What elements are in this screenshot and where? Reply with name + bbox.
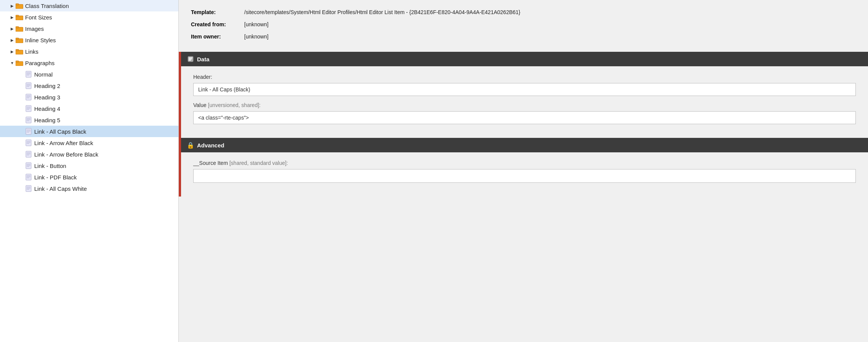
svg-rect-59 bbox=[189, 60, 191, 61]
item-owner-value: [unknown] bbox=[244, 34, 269, 40]
arrow-icon: ▶ bbox=[9, 3, 15, 9]
arrow-icon bbox=[18, 128, 24, 134]
sidebar-item-class-translation[interactable]: ▶ Class Translation bbox=[0, 0, 178, 11]
sidebar-item-label: Link - All Caps Black bbox=[34, 128, 86, 135]
arrow-icon: ▶ bbox=[9, 14, 15, 20]
document-icon bbox=[24, 151, 33, 158]
advanced-section-title: Advanced bbox=[197, 142, 224, 149]
source-item-label: __Source Item [shared, standard value]: bbox=[193, 160, 856, 166]
data-section-header: Data bbox=[181, 52, 868, 66]
svg-rect-9 bbox=[16, 50, 19, 51]
document-icon bbox=[24, 162, 33, 169]
item-owner-label: Item owner: bbox=[191, 34, 244, 40]
svg-rect-3 bbox=[16, 15, 19, 17]
svg-rect-12 bbox=[26, 71, 31, 77]
document-icon bbox=[24, 128, 33, 135]
sidebar-item-link-all-caps-black[interactable]: Link - All Caps Black bbox=[0, 126, 178, 137]
source-item-label-text: __Source Item bbox=[193, 160, 228, 166]
sidebar-item-heading-3[interactable]: Heading 3 bbox=[0, 91, 178, 103]
arrow-icon bbox=[18, 140, 24, 146]
svg-rect-11 bbox=[16, 61, 19, 62]
advanced-section-icon: 🔒 bbox=[187, 142, 194, 149]
advanced-section-header: 🔒 Advanced bbox=[181, 138, 868, 152]
arrow-icon bbox=[18, 83, 24, 89]
arrow-icon bbox=[18, 151, 24, 157]
sidebar-item-normal[interactable]: Normal bbox=[0, 69, 178, 80]
value-input[interactable]: <a class="-rte-caps"> bbox=[193, 111, 856, 124]
header-input[interactable]: Link - All Caps (Black) bbox=[193, 83, 856, 96]
sidebar-item-link-arrow-before-black[interactable]: Link - Arrow Before Black bbox=[0, 149, 178, 160]
arrow-icon bbox=[18, 174, 24, 180]
created-from-row: Created from: [unknown] bbox=[191, 21, 856, 27]
document-icon bbox=[24, 139, 33, 146]
svg-rect-58 bbox=[189, 59, 192, 59]
arrow-icon: ▶ bbox=[9, 37, 15, 43]
created-from-value: [unknown] bbox=[244, 21, 269, 27]
sidebar-item-paragraphs[interactable]: ▼ Paragraphs bbox=[0, 57, 178, 69]
sidebar-item-link-button[interactable]: Link - Button bbox=[0, 160, 178, 171]
sidebar-item-heading-5[interactable]: Heading 5 bbox=[0, 114, 178, 126]
content-area: Template: /sitecore/templates/System/Htm… bbox=[179, 0, 868, 342]
meta-section: Template: /sitecore/templates/System/Htm… bbox=[179, 0, 868, 52]
sidebar-item-heading-4[interactable]: Heading 4 bbox=[0, 103, 178, 114]
template-row: Template: /sitecore/templates/System/Htm… bbox=[191, 9, 856, 15]
advanced-section-inner: 🔒 Advanced __Source Item [shared, standa… bbox=[181, 138, 868, 197]
value-label-text: Value bbox=[193, 102, 207, 108]
sidebar-item-label: Heading 3 bbox=[34, 94, 60, 101]
document-icon bbox=[24, 105, 33, 112]
document-icon bbox=[24, 117, 33, 123]
data-section-title: Data bbox=[197, 56, 210, 62]
folder-icon bbox=[15, 59, 24, 66]
document-icon bbox=[24, 174, 33, 181]
sidebar-item-label: Font Sizes bbox=[25, 14, 52, 21]
svg-rect-36 bbox=[26, 140, 31, 146]
advanced-section-content: __Source Item [shared, standard value]: bbox=[181, 152, 868, 197]
sidebar-item-link-all-caps-white[interactable]: Link - All Caps White bbox=[0, 183, 178, 194]
document-icon bbox=[24, 82, 33, 89]
document-icon bbox=[24, 71, 33, 78]
svg-rect-1 bbox=[16, 4, 19, 5]
sidebar-item-link-arrow-after-black[interactable]: Link - Arrow After Black bbox=[0, 137, 178, 149]
arrow-icon bbox=[18, 117, 24, 123]
sidebar-item-heading-2[interactable]: Heading 2 bbox=[0, 80, 178, 91]
sidebar-item-label: Heading 2 bbox=[34, 83, 60, 89]
svg-rect-32 bbox=[26, 128, 31, 134]
source-item-input[interactable] bbox=[193, 169, 856, 183]
sidebar-item-label: Link - Arrow After Black bbox=[34, 140, 93, 146]
sidebar-item-inline-styles[interactable]: ▶ Inline Styles bbox=[0, 34, 178, 46]
sidebar-item-label: Link - Arrow Before Black bbox=[34, 151, 98, 158]
arrow-icon bbox=[18, 94, 24, 100]
document-icon bbox=[24, 94, 33, 101]
sidebar-item-label: Paragraphs bbox=[25, 60, 55, 66]
document-icon bbox=[24, 185, 33, 192]
template-label: Template: bbox=[191, 9, 244, 15]
value-label: Value [unversioned, shared]: bbox=[193, 102, 856, 108]
folder-icon bbox=[15, 2, 24, 9]
sidebar-item-label: Class Translation bbox=[25, 3, 69, 9]
arrow-icon: ▶ bbox=[9, 26, 15, 32]
arrow-icon bbox=[18, 71, 24, 77]
sidebar-item-label: Heading 5 bbox=[34, 117, 60, 123]
folder-icon bbox=[15, 37, 24, 43]
sidebar-item-font-sizes[interactable]: ▶ Font Sizes bbox=[0, 11, 178, 23]
svg-rect-24 bbox=[26, 105, 31, 112]
svg-rect-7 bbox=[16, 38, 19, 40]
sidebar-item-images[interactable]: ▶ Images bbox=[0, 23, 178, 34]
svg-rect-48 bbox=[26, 174, 31, 180]
created-from-label: Created from: bbox=[191, 21, 244, 27]
folder-icon bbox=[15, 25, 24, 32]
arrow-icon: ▶ bbox=[9, 48, 15, 54]
svg-rect-28 bbox=[26, 117, 31, 123]
sidebar-item-link-pdf-black[interactable]: Link - PDF Black bbox=[0, 171, 178, 183]
sidebar-item-links[interactable]: ▶ Links bbox=[0, 46, 178, 57]
source-item-suffix: [shared, standard value]: bbox=[229, 160, 288, 166]
arrow-icon: ▼ bbox=[9, 60, 15, 66]
svg-rect-16 bbox=[26, 83, 31, 89]
data-section: Data Header: Link - All Caps (Black) Val… bbox=[179, 52, 868, 138]
svg-rect-44 bbox=[26, 163, 31, 169]
folder-icon bbox=[15, 14, 24, 21]
sidebar-item-label: Heading 4 bbox=[34, 105, 60, 112]
svg-rect-20 bbox=[26, 94, 31, 100]
arrow-icon bbox=[18, 105, 24, 112]
sidebar-item-label: Link - PDF Black bbox=[34, 174, 77, 181]
